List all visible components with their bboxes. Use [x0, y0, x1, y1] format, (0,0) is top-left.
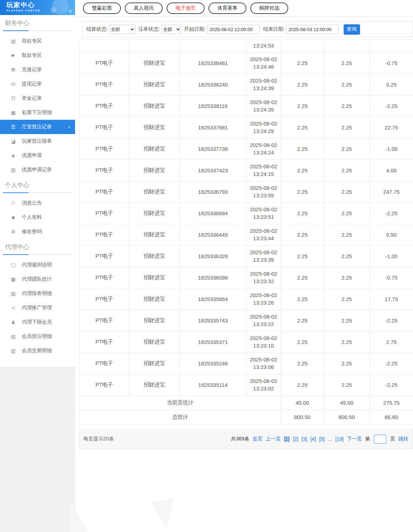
nav-tab[interactable]: 真人视讯 [125, 3, 163, 14]
sidebar-item-label: 消息公告 [22, 200, 42, 206]
cell-valid-bet: 2.25 [324, 52, 370, 74]
cell-platform: PT电子 [80, 52, 129, 74]
sidebar-item-agent-report[interactable]: ▨ 代理报表明细 › [0, 286, 75, 301]
page-link[interactable]: 下一页 [347, 436, 362, 442]
page-link[interactable]: [19] [335, 436, 344, 442]
sidebar-sections: 财务中心 ▤ 存款专区 › ☛ 取款专区 › ⛃ 充值记录 › ⛁ 提现记录 ›… [0, 19, 75, 358]
cell-win-loss: 4.00 [370, 159, 413, 181]
nav-tab[interactable]: 体育赛事 [208, 3, 246, 14]
sidebar-item-agent-rules[interactable]: ▢ 代理规则说明 › [0, 258, 75, 272]
sidebar-item-label: 优惠申请 [22, 152, 42, 159]
sidebar-section: 代理中心 ▢ 代理规则说明 › ▦ 代理团队统计 › ▨ 代理报表明细 › ≺ … [0, 243, 75, 358]
nav-tab[interactable]: 电子游艺 [167, 3, 205, 14]
page-link[interactable]: 上一页 [266, 436, 281, 442]
sidebar-item-lottery-bet-detail[interactable]: ▦ 彩票下注明细 › [0, 105, 75, 120]
pagination-controls: 共369条 首页上一页[1][2][3][4][5]...[19]下一页 第 页… [231, 435, 408, 444]
sidebar-item-bell[interactable]: ⚐ 消息公告 › [0, 196, 75, 210]
sidebar-item-promo-apply[interactable]: ◈ 优惠申请 › [0, 148, 75, 163]
cell-platform: PT电子 [80, 374, 129, 395]
cell-platform: PT电子 [80, 288, 129, 310]
total-summary-label: 总统计 [80, 410, 281, 424]
table-row: PT电子 招财进宝 1825336098 2025-08-0213:23:32 … [80, 267, 413, 288]
table-row: PT电子 招财进宝 1825337881 2025-08-0213:24:29 … [80, 117, 413, 138]
page-links: 首页上一页[1][2][3][4][5]...[19]下一页 [252, 436, 362, 442]
end-date-input[interactable] [286, 25, 339, 34]
bet-records-table: 13:24:53 PT电子 招财进宝 1825338461 2025-08-02… [79, 42, 413, 424]
jump-button[interactable]: 跳转 [398, 436, 408, 442]
circle-decoration [51, 7, 56, 13]
cell-time: 2025-08-0213:23:02 [246, 374, 281, 395]
cell-valid-bet: 2.25 [324, 159, 370, 181]
cell-order-id: 1825336793 [180, 181, 246, 202]
cell-game: 招财进宝 [129, 202, 180, 224]
settle-status-select[interactable]: 全部 [109, 25, 136, 34]
page-link[interactable]: [2] [293, 436, 299, 442]
agent-members-icon: ♟ [10, 319, 16, 325]
sidebar-item-withdraw-record[interactable]: ⛁ 提现记录 › [0, 77, 75, 91]
nav-tab[interactable]: 棋牌对战 [250, 3, 288, 14]
cell-time: 2025-08-0213:24:24 [246, 138, 281, 159]
sidebar-item-hall-bet-record[interactable]: ☰ 厅室投注记录 › [0, 120, 75, 134]
cell-time: 13:24:53 [246, 42, 281, 52]
sidebar-item-agent-team-stats[interactable]: ▦ 代理团队统计 › [0, 272, 75, 286]
cell-game: 招财进宝 [129, 74, 180, 95]
total-summary-row: 总统计 800.50 800.50 66.80 [80, 410, 413, 424]
cell-time: 2025-08-0213:23:44 [246, 224, 281, 245]
per-page-text: 每页显示20条 [83, 436, 114, 442]
cell-win-loss: 17.75 [370, 288, 413, 310]
page-link[interactable]: ... [328, 436, 332, 442]
query-button[interactable]: 查询 [344, 24, 360, 35]
cell-game: 招财进宝 [129, 288, 180, 310]
cell-platform: PT电子 [80, 202, 129, 224]
table-row: PT电子 招财进宝 1825338461 2025-08-0213:24:46 … [80, 52, 413, 74]
page-summary-bet: 45.00 [281, 395, 324, 410]
sidebar-item-recharge-bag[interactable]: ⛃ 充值记录 › [0, 63, 75, 77]
page-link[interactable]: [4] [310, 436, 316, 442]
cell-order-id: 1825336684 [180, 202, 246, 224]
cell-order-id: 1825338116 [180, 95, 246, 117]
page-link[interactable]: [1] [284, 436, 290, 442]
order-status-label: 注单状态: [138, 26, 160, 33]
funds-record-icon: ☷ [10, 95, 16, 101]
table-row: PT电子 招财进宝 1825335864 2025-08-0213:23:26 … [80, 288, 413, 310]
cell-bet-amount: 2.25 [281, 202, 324, 224]
cell-game: 招财进宝 [129, 95, 180, 117]
sidebar-item-gear[interactable]: ⚙ 修改密码 › [0, 225, 75, 239]
cell-platform: PT电子 [80, 181, 129, 202]
cell-bet-amount: 2.25 [281, 95, 324, 117]
cell-valid-bet: 2.25 [324, 374, 370, 395]
cell-platform: PT电子 [80, 331, 129, 353]
page-link[interactable]: [3] [301, 436, 307, 442]
sidebar-item-funds-record[interactable]: ☷ 资金记录 › [0, 91, 75, 105]
sidebar-section-title: 财务中心 [5, 19, 75, 27]
sidebar-item-player-bet-report[interactable]: ◪ 玩家投注报表 › [0, 134, 75, 148]
order-status-select[interactable]: 全部 [161, 25, 181, 34]
cell-order-id: 1825337881 [180, 117, 246, 138]
sidebar-item-promo-record[interactable]: ▥ 优惠申请记录 › [0, 163, 75, 177]
section-underline [3, 254, 72, 255]
cell-valid-bet: 2.25 [324, 74, 370, 95]
withdraw-record-icon: ⛁ [10, 81, 16, 87]
page-link[interactable]: 首页 [252, 436, 262, 442]
sidebar-item-member-bet-detail[interactable]: ▤ 会员投注明细 › [0, 329, 75, 344]
sidebar-item-person[interactable]: ☻ 个人资料 › [0, 210, 75, 225]
sidebar-item-label: 取款专区 [22, 52, 42, 59]
nav-tab[interactable]: 雙赢彩票 [83, 3, 121, 14]
cell-platform: PT电子 [80, 310, 129, 331]
sidebar-item-label: 厅室投注记录 [22, 124, 52, 130]
cell-platform: PT电子 [80, 267, 129, 288]
sidebar-item-agent-members[interactable]: ♟ 代理下级会员 › [0, 315, 75, 329]
lottery-bet-detail-icon: ▦ [10, 110, 16, 115]
sidebar-item-label: 个人资料 [22, 214, 42, 221]
jump-page-input[interactable] [374, 435, 386, 444]
sidebar-item-deposit-card[interactable]: ▤ 存款专区 › [0, 34, 75, 48]
sidebar-item-agent-share[interactable]: ≺ 代理推广管理 › [0, 301, 75, 315]
table-row: PT电子 招财进宝 1825335743 2025-08-0213:23:22 … [80, 310, 413, 331]
cell-valid-bet: 2.25 [324, 202, 370, 224]
start-date-input[interactable] [207, 25, 260, 34]
sidebar-item-withdraw-hand[interactable]: ☛ 取款专区 › [0, 48, 75, 63]
main-content: 雙赢彩票真人视讯电子游艺体育赛事棋牌对战 结算状态: 全部 注单状态: 全部 开… [75, 0, 413, 449]
page-link[interactable]: [5] [319, 436, 325, 442]
sidebar-item-member-trade-detail[interactable]: ▥ 会员交易明细 › [0, 344, 75, 358]
cell-time: 2025-08-0213:24:35 [246, 95, 281, 117]
